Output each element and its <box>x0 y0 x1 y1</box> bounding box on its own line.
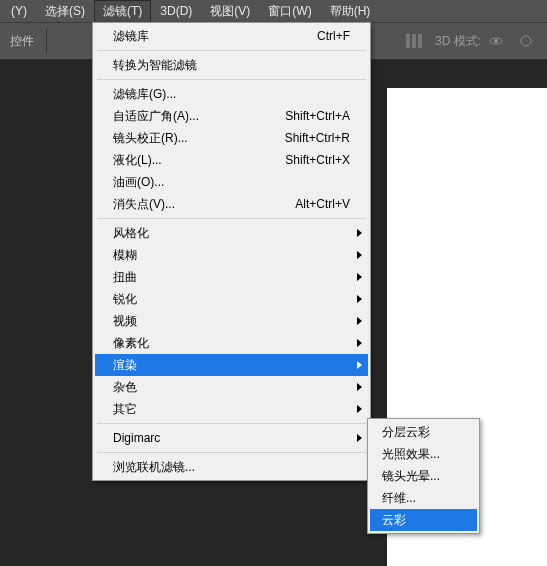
submenu-item-lighting-effects[interactable]: 光照效果... <box>370 443 477 465</box>
menu-item-liquify[interactable]: 液化(L)... Shift+Ctrl+X <box>95 149 368 171</box>
menu-item-label: 渲染 <box>113 357 350 374</box>
menu-item-shortcut: Alt+Ctrl+V <box>295 197 350 211</box>
menu-label: 选择(S) <box>45 4 85 18</box>
menu-item-digimarc[interactable]: Digimarc <box>95 427 368 449</box>
menu-item-label: 像素化 <box>113 335 350 352</box>
submenu-arrow-icon <box>357 295 362 303</box>
submenu-item-clouds[interactable]: 云彩 <box>370 509 477 531</box>
menu-item-label: 镜头校正(R)... <box>113 130 273 147</box>
menu-item-label: 模糊 <box>113 247 350 264</box>
menu-item-label: 转换为智能滤镜 <box>113 57 350 74</box>
menu-item-adaptive-wide-angle[interactable]: 自适应广角(A)... Shift+Ctrl+A <box>95 105 368 127</box>
menu-item-help[interactable]: 帮助(H) <box>321 0 380 23</box>
menu-item-oil-paint[interactable]: 油画(O)... <box>95 171 368 193</box>
mode-3d-label: 3D 模式: <box>435 33 481 50</box>
menu-item-shortcut: Shift+Ctrl+A <box>285 109 350 123</box>
menu-item-render[interactable]: 渲染 <box>95 354 368 376</box>
menu-item-label: 锐化 <box>113 291 350 308</box>
menu-item-3d[interactable]: 3D(D) <box>151 1 201 21</box>
submenu-arrow-icon <box>357 339 362 347</box>
menubar: (Y) 选择(S) 滤镜(T) 3D(D) 视图(V) 窗口(W) 帮助(H) <box>0 0 547 22</box>
orbit-3d-icon[interactable] <box>483 28 509 54</box>
submenu-item-label: 光照效果... <box>382 446 465 463</box>
submenu-arrow-icon <box>357 229 362 237</box>
menu-item-shortcut: Ctrl+F <box>317 29 350 43</box>
menu-item-distort[interactable]: 扭曲 <box>95 266 368 288</box>
menu-item-shortcut: Shift+Ctrl+X <box>285 153 350 167</box>
menu-item-blur[interactable]: 模糊 <box>95 244 368 266</box>
submenu-arrow-icon <box>357 361 362 369</box>
menu-item-noise[interactable]: 杂色 <box>95 376 368 398</box>
submenu-arrow-icon <box>357 251 362 259</box>
submenu-item-difference-clouds[interactable]: 分层云彩 <box>370 421 477 443</box>
menu-item-label: 液化(L)... <box>113 152 273 169</box>
menu-item-view[interactable]: 视图(V) <box>201 0 259 23</box>
render-submenu: 分层云彩 光照效果... 镜头光晕... 纤维... 云彩 <box>367 418 480 534</box>
menu-item-label: 自适应广角(A)... <box>113 108 273 125</box>
menu-item-other[interactable]: 其它 <box>95 398 368 420</box>
panel-layout-icon[interactable] <box>401 28 427 54</box>
menu-item-label: 视频 <box>113 313 350 330</box>
svg-rect-2 <box>418 34 422 48</box>
menu-label: (Y) <box>11 4 27 18</box>
toolbar-right-group: 3D 模式: <box>399 23 547 59</box>
menu-item-filter[interactable]: 滤镜(T) <box>94 0 151 23</box>
svg-rect-0 <box>406 34 410 48</box>
menu-item-label: 风格化 <box>113 225 350 242</box>
menu-item-sharpen[interactable]: 锐化 <box>95 288 368 310</box>
menu-item-label: 浏览联机滤镜... <box>113 459 350 476</box>
svg-point-4 <box>494 39 498 43</box>
menu-item-label: 油画(O)... <box>113 174 350 191</box>
menu-item-video[interactable]: 视频 <box>95 310 368 332</box>
menu-item-vanishing-point[interactable]: 消失点(V)... Alt+Ctrl+V <box>95 193 368 215</box>
submenu-item-label: 云彩 <box>382 512 465 529</box>
submenu-arrow-icon <box>357 317 362 325</box>
menu-separator <box>97 218 366 219</box>
menu-separator <box>97 452 366 453</box>
submenu-item-label: 分层云彩 <box>382 424 465 441</box>
menu-item-pixelate[interactable]: 像素化 <box>95 332 368 354</box>
menu-item-last-filter[interactable]: 滤镜库 Ctrl+F <box>95 25 368 47</box>
menu-item-label: 其它 <box>113 401 350 418</box>
menu-item-shortcut: Shift+Ctrl+R <box>285 131 350 145</box>
menu-label: 窗口(W) <box>268 4 311 18</box>
menu-item-label: 滤镜库 <box>113 28 305 45</box>
menu-label: 视图(V) <box>210 4 250 18</box>
submenu-item-label: 纤维... <box>382 490 465 507</box>
menu-label: 3D(D) <box>160 4 192 18</box>
submenu-arrow-icon <box>357 273 362 281</box>
menu-item-filter-gallery[interactable]: 滤镜库(G)... <box>95 83 368 105</box>
submenu-arrow-icon <box>357 405 362 413</box>
menu-item-select[interactable]: 选择(S) <box>36 0 94 23</box>
menu-item-label: 扭曲 <box>113 269 350 286</box>
filter-menu-dropdown: 滤镜库 Ctrl+F 转换为智能滤镜 滤镜库(G)... 自适应广角(A)...… <box>92 22 371 481</box>
pan-3d-icon[interactable] <box>513 28 539 54</box>
menu-item-convert-smart-filter[interactable]: 转换为智能滤镜 <box>95 54 368 76</box>
menu-item-label: 滤镜库(G)... <box>113 86 350 103</box>
menu-separator <box>97 423 366 424</box>
menu-item-y[interactable]: (Y) <box>2 1 36 21</box>
menu-item-browse-online-filters[interactable]: 浏览联机滤镜... <box>95 456 368 478</box>
menu-item-label: 杂色 <box>113 379 350 396</box>
svg-rect-1 <box>412 34 416 48</box>
submenu-item-label: 镜头光晕... <box>382 468 465 485</box>
menu-label: 滤镜(T) <box>103 4 142 18</box>
toolbar-separator <box>46 28 47 54</box>
submenu-arrow-icon <box>357 383 362 391</box>
tool-left-label: 控件 <box>10 33 34 50</box>
menu-label: 帮助(H) <box>330 4 371 18</box>
submenu-item-lens-flare[interactable]: 镜头光晕... <box>370 465 477 487</box>
menu-item-stylize[interactable]: 风格化 <box>95 222 368 244</box>
submenu-arrow-icon <box>357 434 362 442</box>
menu-separator <box>97 50 366 51</box>
menu-item-label: 消失点(V)... <box>113 196 283 213</box>
menu-item-lens-correction[interactable]: 镜头校正(R)... Shift+Ctrl+R <box>95 127 368 149</box>
svg-point-5 <box>521 36 531 46</box>
menu-item-window[interactable]: 窗口(W) <box>259 0 320 23</box>
submenu-item-fibers[interactable]: 纤维... <box>370 487 477 509</box>
menu-item-label: Digimarc <box>113 431 350 445</box>
menu-separator <box>97 79 366 80</box>
